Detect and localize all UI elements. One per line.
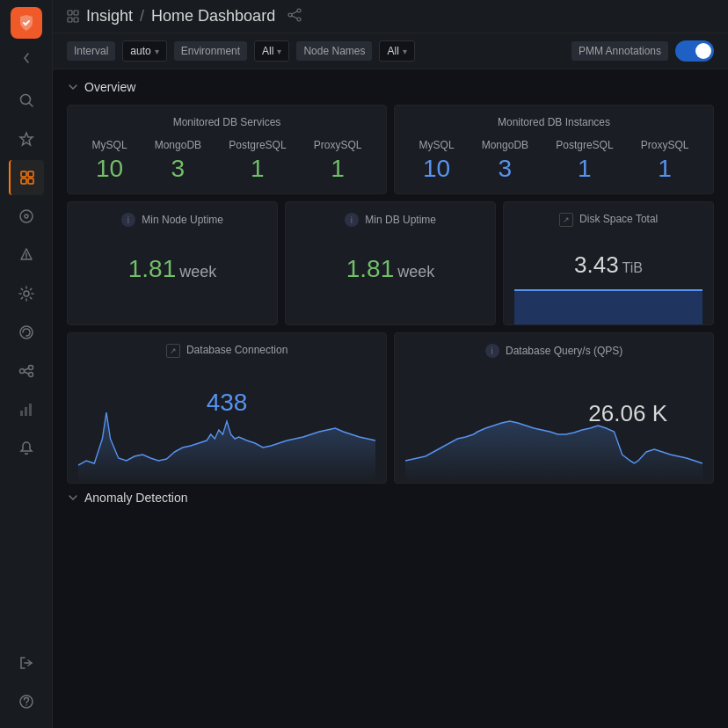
list-item: MongoDB 3 [482,139,528,183]
proxysql-inst-label: ProxySQL [641,139,689,151]
interval-label: Interval [67,41,115,61]
sidebar-item-search[interactable] [9,83,44,118]
sidebar-item-bar[interactable] [9,392,44,427]
main-content: Insight / Home Dashboard Interval auto ▾… [53,0,728,728]
svg-rect-2 [28,171,33,177]
header: Insight / Home Dashboard [53,0,728,33]
sidebar-item-starred[interactable] [9,121,44,157]
anomaly-section: Anomaly Detection [67,491,714,505]
breadcrumb-app[interactable]: Insight [86,7,133,25]
sidebar [0,0,53,728]
overview-section-header[interactable]: Overview [67,80,714,94]
disk-value: 3.43TiB [514,237,703,286]
svg-point-12 [28,373,33,377]
postgresql-label: PostgreSQL [229,139,286,151]
monitored-services-title: Monitored DB Services [78,116,375,128]
svg-point-22 [297,9,301,12]
sidebar-item-signout[interactable] [9,645,44,681]
sidebar-item-bell[interactable] [9,431,44,466]
uptime-row: i Min Node Uptime 1.81week i Min DB Upti… [67,201,714,325]
info-icon: i [121,213,135,227]
postgresql-inst-label: PostgreSQL [556,139,613,151]
share-button[interactable] [288,8,302,25]
interval-value: auto [130,45,150,57]
list-item: PostgreSQL 1 [556,139,613,183]
db-services-grid: MySQL 10 MongoDB 3 PostgreSQL 1 ProxySQL… [78,139,375,183]
list-item: MySQL 10 [92,139,127,183]
mongodb-value: 3 [171,155,186,183]
db-connection-panel: ↗ Database Connection 438 [67,332,387,484]
node-names-dropdown[interactable]: All ▾ [379,40,414,62]
environment-chevron-icon: ▾ [277,47,281,56]
db-query-title: i Database Query/s (QPS) [405,344,703,358]
info-icon: i [345,213,359,227]
svg-point-17 [25,704,27,706]
svg-rect-18 [68,11,72,15]
svg-point-8 [24,291,29,296]
proxysql-label: ProxySQL [314,139,362,151]
svg-rect-20 [68,18,72,22]
min-db-uptime-panel: i Min DB Uptime 1.81week [285,201,496,325]
mysql-inst-label: MySQL [419,139,455,151]
db-connection-title: ↗ Database Connection [78,344,375,358]
postgresql-value: 1 [251,155,265,183]
breadcrumb: Insight / Home Dashboard [86,7,275,25]
svg-point-23 [288,13,292,17]
monitored-instances-title: Monitored DB Instances [405,116,703,128]
sidebar-item-help[interactable] [9,684,44,719]
charts-row: ↗ Database Connection 438 [67,332,714,484]
min-db-title: i Min DB Uptime [296,213,484,227]
proxysql-inst-value: 1 [658,155,672,183]
list-item: ProxySQL 1 [641,139,689,183]
sidebar-item-alerting[interactable] [9,237,44,273]
sidebar-item-explore[interactable] [9,199,44,234]
monitored-services-panel: Monitored DB Services MySQL 10 MongoDB 3… [67,105,387,194]
mysql-value: 10 [96,155,123,183]
svg-rect-21 [74,18,78,22]
sidebar-item-config[interactable] [9,276,44,311]
anomaly-section-header[interactable]: Anomaly Detection [67,491,714,505]
svg-point-7 [25,258,27,259]
svg-point-24 [297,18,301,21]
environment-dropdown[interactable]: All ▾ [254,40,289,62]
db-query-panel: i Database Query/s (QPS) 26.06 K [394,332,714,484]
list-item: ProxySQL 1 [314,139,362,183]
grid-icon [67,10,81,24]
db-connection-chart: 438 [78,368,375,483]
overview-title: Overview [84,80,135,94]
svg-rect-4 [28,178,33,184]
mysql-inst-value: 10 [423,155,450,183]
list-item: MongoDB 3 [155,139,201,183]
pmm-toggle[interactable] [675,40,714,62]
anomaly-title: Anomaly Detection [84,491,188,505]
disk-space-panel: ↗ Disk Space Total 3.43TiB [503,201,714,325]
sidebar-item-dashboards[interactable] [9,160,44,195]
sidebar-item-pmm[interactable] [9,315,44,350]
node-names-value: All [387,45,398,57]
monitored-instances-panel: Monitored DB Instances MySQL 10 MongoDB … [394,105,714,194]
mongodb-inst-value: 3 [499,155,513,183]
mysql-label: MySQL [92,139,127,151]
list-item: PostgreSQL 1 [229,139,286,183]
app-logo[interactable] [11,7,42,39]
svg-rect-13 [20,411,23,416]
sidebar-collapse-button[interactable] [18,49,35,67]
svg-rect-3 [21,178,26,184]
sidebar-item-nodes[interactable] [9,353,44,389]
min-node-value: 1.81week [78,237,266,290]
db-instances-grid: MySQL 10 MongoDB 3 PostgreSQL 1 ProxySQL… [405,139,703,183]
pmm-label: PMM Annotations [571,41,668,61]
db-query-chart: 26.06 K [405,368,703,483]
breadcrumb-dashboard[interactable]: Home Dashboard [151,7,275,25]
breadcrumb-separator: / [140,7,144,25]
min-node-title: i Min Node Uptime [78,213,266,227]
monitored-row: Monitored DB Services MySQL 10 MongoDB 3… [67,105,714,194]
interval-dropdown[interactable]: auto ▾ [122,40,166,62]
interval-chevron-icon: ▾ [155,47,159,56]
anomaly-chevron-icon [67,491,79,504]
info-icon: i [485,344,499,358]
mongodb-label: MongoDB [155,139,201,151]
min-node-uptime-panel: i Min Node Uptime 1.81week [67,201,278,325]
content-area: Overview Monitored DB Services MySQL 10 … [53,69,728,728]
toolbar: Interval auto ▾ Environment All ▾ Node N… [53,33,728,69]
